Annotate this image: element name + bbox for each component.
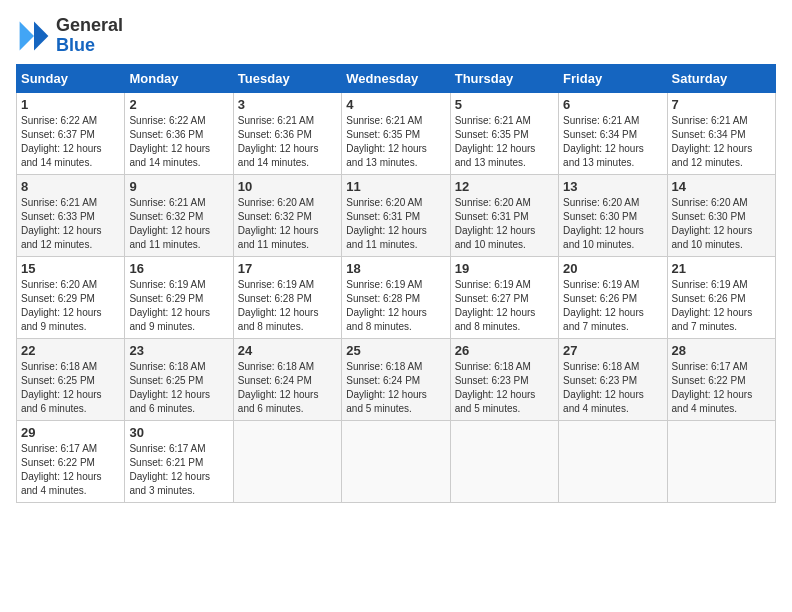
day-info: Sunrise: 6:18 AM Sunset: 6:23 PM Dayligh… xyxy=(455,360,554,416)
calendar-cell xyxy=(667,420,775,502)
calendar-cell: 5 Sunrise: 6:21 AM Sunset: 6:35 PM Dayli… xyxy=(450,92,558,174)
day-info: Sunrise: 6:19 AM Sunset: 6:29 PM Dayligh… xyxy=(129,278,228,334)
day-info: Sunrise: 6:20 AM Sunset: 6:29 PM Dayligh… xyxy=(21,278,120,334)
day-info: Sunrise: 6:18 AM Sunset: 6:25 PM Dayligh… xyxy=(21,360,120,416)
day-number: 24 xyxy=(238,343,337,358)
day-number: 19 xyxy=(455,261,554,276)
calendar-cell: 27 Sunrise: 6:18 AM Sunset: 6:23 PM Dayl… xyxy=(559,338,667,420)
calendar-cell: 10 Sunrise: 6:20 AM Sunset: 6:32 PM Dayl… xyxy=(233,174,341,256)
page-header: General Blue xyxy=(16,16,776,56)
logo-general: General xyxy=(56,15,123,35)
day-number: 3 xyxy=(238,97,337,112)
day-number: 7 xyxy=(672,97,771,112)
calendar-header: SundayMondayTuesdayWednesdayThursdayFrid… xyxy=(17,64,776,92)
calendar-cell: 24 Sunrise: 6:18 AM Sunset: 6:24 PM Dayl… xyxy=(233,338,341,420)
day-info: Sunrise: 6:17 AM Sunset: 6:22 PM Dayligh… xyxy=(21,442,120,498)
calendar-cell: 25 Sunrise: 6:18 AM Sunset: 6:24 PM Dayl… xyxy=(342,338,450,420)
day-number: 25 xyxy=(346,343,445,358)
calendar-cell: 18 Sunrise: 6:19 AM Sunset: 6:28 PM Dayl… xyxy=(342,256,450,338)
day-info: Sunrise: 6:21 AM Sunset: 6:32 PM Dayligh… xyxy=(129,196,228,252)
day-number: 29 xyxy=(21,425,120,440)
day-info: Sunrise: 6:19 AM Sunset: 6:28 PM Dayligh… xyxy=(346,278,445,334)
calendar-cell: 3 Sunrise: 6:21 AM Sunset: 6:36 PM Dayli… xyxy=(233,92,341,174)
svg-marker-0 xyxy=(34,21,48,50)
day-info: Sunrise: 6:18 AM Sunset: 6:25 PM Dayligh… xyxy=(129,360,228,416)
day-info: Sunrise: 6:17 AM Sunset: 6:22 PM Dayligh… xyxy=(672,360,771,416)
calendar-cell xyxy=(559,420,667,502)
calendar-cell: 2 Sunrise: 6:22 AM Sunset: 6:36 PM Dayli… xyxy=(125,92,233,174)
day-number: 23 xyxy=(129,343,228,358)
calendar-week-row: 22 Sunrise: 6:18 AM Sunset: 6:25 PM Dayl… xyxy=(17,338,776,420)
day-number: 30 xyxy=(129,425,228,440)
day-number: 28 xyxy=(672,343,771,358)
day-info: Sunrise: 6:19 AM Sunset: 6:26 PM Dayligh… xyxy=(563,278,662,334)
svg-marker-1 xyxy=(20,21,34,50)
calendar-cell xyxy=(450,420,558,502)
calendar-cell: 15 Sunrise: 6:20 AM Sunset: 6:29 PM Dayl… xyxy=(17,256,125,338)
calendar-cell: 22 Sunrise: 6:18 AM Sunset: 6:25 PM Dayl… xyxy=(17,338,125,420)
day-number: 1 xyxy=(21,97,120,112)
calendar-cell xyxy=(233,420,341,502)
calendar-cell: 9 Sunrise: 6:21 AM Sunset: 6:32 PM Dayli… xyxy=(125,174,233,256)
calendar-cell: 8 Sunrise: 6:21 AM Sunset: 6:33 PM Dayli… xyxy=(17,174,125,256)
calendar-cell: 28 Sunrise: 6:17 AM Sunset: 6:22 PM Dayl… xyxy=(667,338,775,420)
day-info: Sunrise: 6:22 AM Sunset: 6:37 PM Dayligh… xyxy=(21,114,120,170)
day-number: 4 xyxy=(346,97,445,112)
day-info: Sunrise: 6:21 AM Sunset: 6:34 PM Dayligh… xyxy=(563,114,662,170)
day-number: 15 xyxy=(21,261,120,276)
calendar-week-row: 1 Sunrise: 6:22 AM Sunset: 6:37 PM Dayli… xyxy=(17,92,776,174)
day-number: 6 xyxy=(563,97,662,112)
calendar-cell: 19 Sunrise: 6:19 AM Sunset: 6:27 PM Dayl… xyxy=(450,256,558,338)
weekday-header: Wednesday xyxy=(342,64,450,92)
calendar-cell: 16 Sunrise: 6:19 AM Sunset: 6:29 PM Dayl… xyxy=(125,256,233,338)
day-info: Sunrise: 6:20 AM Sunset: 6:30 PM Dayligh… xyxy=(672,196,771,252)
day-number: 12 xyxy=(455,179,554,194)
calendar-cell: 20 Sunrise: 6:19 AM Sunset: 6:26 PM Dayl… xyxy=(559,256,667,338)
day-number: 2 xyxy=(129,97,228,112)
weekday-header: Monday xyxy=(125,64,233,92)
day-info: Sunrise: 6:22 AM Sunset: 6:36 PM Dayligh… xyxy=(129,114,228,170)
calendar-week-row: 29 Sunrise: 6:17 AM Sunset: 6:22 PM Dayl… xyxy=(17,420,776,502)
logo-text: General Blue xyxy=(56,16,123,56)
day-info: Sunrise: 6:17 AM Sunset: 6:21 PM Dayligh… xyxy=(129,442,228,498)
weekday-header: Tuesday xyxy=(233,64,341,92)
day-info: Sunrise: 6:21 AM Sunset: 6:35 PM Dayligh… xyxy=(346,114,445,170)
calendar-cell: 13 Sunrise: 6:20 AM Sunset: 6:30 PM Dayl… xyxy=(559,174,667,256)
day-number: 18 xyxy=(346,261,445,276)
calendar-cell: 7 Sunrise: 6:21 AM Sunset: 6:34 PM Dayli… xyxy=(667,92,775,174)
day-info: Sunrise: 6:20 AM Sunset: 6:31 PM Dayligh… xyxy=(455,196,554,252)
calendar-cell: 17 Sunrise: 6:19 AM Sunset: 6:28 PM Dayl… xyxy=(233,256,341,338)
calendar-cell: 12 Sunrise: 6:20 AM Sunset: 6:31 PM Dayl… xyxy=(450,174,558,256)
calendar-cell: 11 Sunrise: 6:20 AM Sunset: 6:31 PM Dayl… xyxy=(342,174,450,256)
day-number: 17 xyxy=(238,261,337,276)
day-info: Sunrise: 6:18 AM Sunset: 6:24 PM Dayligh… xyxy=(238,360,337,416)
weekday-header: Sunday xyxy=(17,64,125,92)
calendar-cell: 30 Sunrise: 6:17 AM Sunset: 6:21 PM Dayl… xyxy=(125,420,233,502)
day-number: 8 xyxy=(21,179,120,194)
day-number: 27 xyxy=(563,343,662,358)
day-info: Sunrise: 6:19 AM Sunset: 6:28 PM Dayligh… xyxy=(238,278,337,334)
day-number: 26 xyxy=(455,343,554,358)
day-number: 14 xyxy=(672,179,771,194)
day-info: Sunrise: 6:21 AM Sunset: 6:36 PM Dayligh… xyxy=(238,114,337,170)
day-number: 9 xyxy=(129,179,228,194)
calendar-cell: 14 Sunrise: 6:20 AM Sunset: 6:30 PM Dayl… xyxy=(667,174,775,256)
day-info: Sunrise: 6:20 AM Sunset: 6:32 PM Dayligh… xyxy=(238,196,337,252)
calendar-week-row: 15 Sunrise: 6:20 AM Sunset: 6:29 PM Dayl… xyxy=(17,256,776,338)
day-info: Sunrise: 6:19 AM Sunset: 6:26 PM Dayligh… xyxy=(672,278,771,334)
logo: General Blue xyxy=(16,16,123,56)
calendar-cell: 6 Sunrise: 6:21 AM Sunset: 6:34 PM Dayli… xyxy=(559,92,667,174)
day-info: Sunrise: 6:18 AM Sunset: 6:24 PM Dayligh… xyxy=(346,360,445,416)
calendar-cell: 26 Sunrise: 6:18 AM Sunset: 6:23 PM Dayl… xyxy=(450,338,558,420)
day-number: 11 xyxy=(346,179,445,194)
weekday-header: Thursday xyxy=(450,64,558,92)
calendar-week-row: 8 Sunrise: 6:21 AM Sunset: 6:33 PM Dayli… xyxy=(17,174,776,256)
day-number: 13 xyxy=(563,179,662,194)
day-number: 10 xyxy=(238,179,337,194)
calendar-cell: 21 Sunrise: 6:19 AM Sunset: 6:26 PM Dayl… xyxy=(667,256,775,338)
day-number: 20 xyxy=(563,261,662,276)
day-number: 21 xyxy=(672,261,771,276)
day-info: Sunrise: 6:21 AM Sunset: 6:34 PM Dayligh… xyxy=(672,114,771,170)
day-info: Sunrise: 6:21 AM Sunset: 6:33 PM Dayligh… xyxy=(21,196,120,252)
day-info: Sunrise: 6:21 AM Sunset: 6:35 PM Dayligh… xyxy=(455,114,554,170)
